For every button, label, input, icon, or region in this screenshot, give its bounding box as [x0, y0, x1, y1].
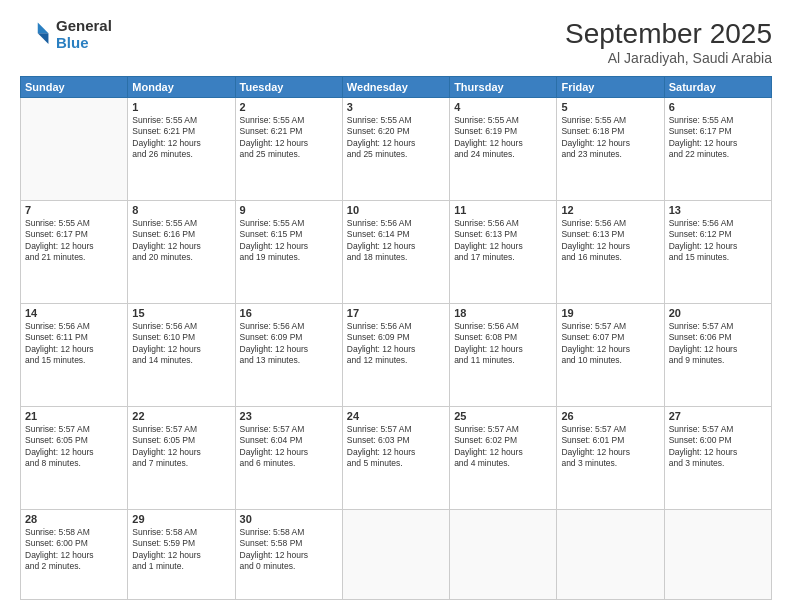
- day-info: Sunrise: 5:58 AM Sunset: 5:59 PM Dayligh…: [132, 527, 230, 573]
- svg-marker-0: [38, 22, 49, 33]
- day-number: 4: [454, 101, 552, 113]
- day-info: Sunrise: 5:56 AM Sunset: 6:08 PM Dayligh…: [454, 321, 552, 367]
- day-cell: 9Sunrise: 5:55 AM Sunset: 6:15 PM Daylig…: [235, 200, 342, 303]
- day-cell: 15Sunrise: 5:56 AM Sunset: 6:10 PM Dayli…: [128, 303, 235, 406]
- day-number: 7: [25, 204, 123, 216]
- col-wednesday: Wednesday: [342, 77, 449, 98]
- day-number: 17: [347, 307, 445, 319]
- day-number: 27: [669, 410, 767, 422]
- day-number: 18: [454, 307, 552, 319]
- day-cell: 6Sunrise: 5:55 AM Sunset: 6:17 PM Daylig…: [664, 98, 771, 201]
- day-info: Sunrise: 5:55 AM Sunset: 6:18 PM Dayligh…: [561, 115, 659, 161]
- day-info: Sunrise: 5:57 AM Sunset: 6:02 PM Dayligh…: [454, 424, 552, 470]
- day-number: 22: [132, 410, 230, 422]
- day-info: Sunrise: 5:57 AM Sunset: 6:06 PM Dayligh…: [669, 321, 767, 367]
- day-cell: 25Sunrise: 5:57 AM Sunset: 6:02 PM Dayli…: [450, 406, 557, 509]
- col-monday: Monday: [128, 77, 235, 98]
- logo-text: General Blue: [56, 18, 112, 51]
- day-number: 12: [561, 204, 659, 216]
- month-title: September 2025: [565, 18, 772, 50]
- day-number: 30: [240, 513, 338, 525]
- day-info: Sunrise: 5:56 AM Sunset: 6:09 PM Dayligh…: [240, 321, 338, 367]
- day-cell: 1Sunrise: 5:55 AM Sunset: 6:21 PM Daylig…: [128, 98, 235, 201]
- day-info: Sunrise: 5:56 AM Sunset: 6:11 PM Dayligh…: [25, 321, 123, 367]
- day-cell: [21, 98, 128, 201]
- day-info: Sunrise: 5:57 AM Sunset: 6:05 PM Dayligh…: [132, 424, 230, 470]
- day-number: 5: [561, 101, 659, 113]
- col-tuesday: Tuesday: [235, 77, 342, 98]
- day-cell: 14Sunrise: 5:56 AM Sunset: 6:11 PM Dayli…: [21, 303, 128, 406]
- day-number: 16: [240, 307, 338, 319]
- page: General Blue September 2025 Al Jaradiyah…: [0, 0, 792, 612]
- day-number: 28: [25, 513, 123, 525]
- day-info: Sunrise: 5:57 AM Sunset: 6:07 PM Dayligh…: [561, 321, 659, 367]
- day-info: Sunrise: 5:55 AM Sunset: 6:19 PM Dayligh…: [454, 115, 552, 161]
- day-cell: 27Sunrise: 5:57 AM Sunset: 6:00 PM Dayli…: [664, 406, 771, 509]
- day-info: Sunrise: 5:55 AM Sunset: 6:21 PM Dayligh…: [240, 115, 338, 161]
- day-cell: 4Sunrise: 5:55 AM Sunset: 6:19 PM Daylig…: [450, 98, 557, 201]
- day-number: 26: [561, 410, 659, 422]
- week-row-5: 28Sunrise: 5:58 AM Sunset: 6:00 PM Dayli…: [21, 509, 772, 599]
- day-info: Sunrise: 5:55 AM Sunset: 6:20 PM Dayligh…: [347, 115, 445, 161]
- day-info: Sunrise: 5:56 AM Sunset: 6:09 PM Dayligh…: [347, 321, 445, 367]
- day-info: Sunrise: 5:56 AM Sunset: 6:12 PM Dayligh…: [669, 218, 767, 264]
- day-cell: 19Sunrise: 5:57 AM Sunset: 6:07 PM Dayli…: [557, 303, 664, 406]
- day-number: 25: [454, 410, 552, 422]
- col-friday: Friday: [557, 77, 664, 98]
- day-cell: 29Sunrise: 5:58 AM Sunset: 5:59 PM Dayli…: [128, 509, 235, 599]
- day-number: 19: [561, 307, 659, 319]
- day-number: 24: [347, 410, 445, 422]
- day-info: Sunrise: 5:56 AM Sunset: 6:13 PM Dayligh…: [454, 218, 552, 264]
- day-info: Sunrise: 5:56 AM Sunset: 6:14 PM Dayligh…: [347, 218, 445, 264]
- day-cell: [342, 509, 449, 599]
- day-number: 10: [347, 204, 445, 216]
- day-cell: 17Sunrise: 5:56 AM Sunset: 6:09 PM Dayli…: [342, 303, 449, 406]
- logo-blue: Blue: [56, 35, 112, 52]
- header: General Blue September 2025 Al Jaradiyah…: [20, 18, 772, 66]
- day-cell: [450, 509, 557, 599]
- day-cell: 3Sunrise: 5:55 AM Sunset: 6:20 PM Daylig…: [342, 98, 449, 201]
- day-number: 3: [347, 101, 445, 113]
- logo-general: General: [56, 18, 112, 35]
- day-number: 2: [240, 101, 338, 113]
- day-cell: 26Sunrise: 5:57 AM Sunset: 6:01 PM Dayli…: [557, 406, 664, 509]
- day-info: Sunrise: 5:55 AM Sunset: 6:17 PM Dayligh…: [25, 218, 123, 264]
- day-cell: 10Sunrise: 5:56 AM Sunset: 6:14 PM Dayli…: [342, 200, 449, 303]
- location-title: Al Jaradiyah, Saudi Arabia: [565, 50, 772, 66]
- day-info: Sunrise: 5:56 AM Sunset: 6:13 PM Dayligh…: [561, 218, 659, 264]
- week-row-2: 7Sunrise: 5:55 AM Sunset: 6:17 PM Daylig…: [21, 200, 772, 303]
- day-number: 29: [132, 513, 230, 525]
- day-cell: 12Sunrise: 5:56 AM Sunset: 6:13 PM Dayli…: [557, 200, 664, 303]
- day-number: 14: [25, 307, 123, 319]
- week-row-4: 21Sunrise: 5:57 AM Sunset: 6:05 PM Dayli…: [21, 406, 772, 509]
- day-cell: 18Sunrise: 5:56 AM Sunset: 6:08 PM Dayli…: [450, 303, 557, 406]
- day-cell: 28Sunrise: 5:58 AM Sunset: 6:00 PM Dayli…: [21, 509, 128, 599]
- day-cell: 7Sunrise: 5:55 AM Sunset: 6:17 PM Daylig…: [21, 200, 128, 303]
- title-block: September 2025 Al Jaradiyah, Saudi Arabi…: [565, 18, 772, 66]
- day-info: Sunrise: 5:58 AM Sunset: 5:58 PM Dayligh…: [240, 527, 338, 573]
- day-number: 23: [240, 410, 338, 422]
- day-info: Sunrise: 5:57 AM Sunset: 6:03 PM Dayligh…: [347, 424, 445, 470]
- day-cell: [557, 509, 664, 599]
- calendar-table: Sunday Monday Tuesday Wednesday Thursday…: [20, 76, 772, 600]
- day-info: Sunrise: 5:55 AM Sunset: 6:15 PM Dayligh…: [240, 218, 338, 264]
- day-info: Sunrise: 5:55 AM Sunset: 6:21 PM Dayligh…: [132, 115, 230, 161]
- day-number: 6: [669, 101, 767, 113]
- day-cell: 16Sunrise: 5:56 AM Sunset: 6:09 PM Dayli…: [235, 303, 342, 406]
- day-number: 13: [669, 204, 767, 216]
- day-cell: 13Sunrise: 5:56 AM Sunset: 6:12 PM Dayli…: [664, 200, 771, 303]
- day-number: 9: [240, 204, 338, 216]
- week-row-1: 1Sunrise: 5:55 AM Sunset: 6:21 PM Daylig…: [21, 98, 772, 201]
- svg-marker-1: [38, 33, 49, 44]
- day-info: Sunrise: 5:56 AM Sunset: 6:10 PM Dayligh…: [132, 321, 230, 367]
- col-saturday: Saturday: [664, 77, 771, 98]
- day-number: 20: [669, 307, 767, 319]
- day-info: Sunrise: 5:55 AM Sunset: 6:17 PM Dayligh…: [669, 115, 767, 161]
- day-cell: 22Sunrise: 5:57 AM Sunset: 6:05 PM Dayli…: [128, 406, 235, 509]
- day-number: 8: [132, 204, 230, 216]
- day-cell: 11Sunrise: 5:56 AM Sunset: 6:13 PM Dayli…: [450, 200, 557, 303]
- day-cell: 5Sunrise: 5:55 AM Sunset: 6:18 PM Daylig…: [557, 98, 664, 201]
- day-number: 11: [454, 204, 552, 216]
- logo: General Blue: [20, 18, 112, 51]
- day-cell: 30Sunrise: 5:58 AM Sunset: 5:58 PM Dayli…: [235, 509, 342, 599]
